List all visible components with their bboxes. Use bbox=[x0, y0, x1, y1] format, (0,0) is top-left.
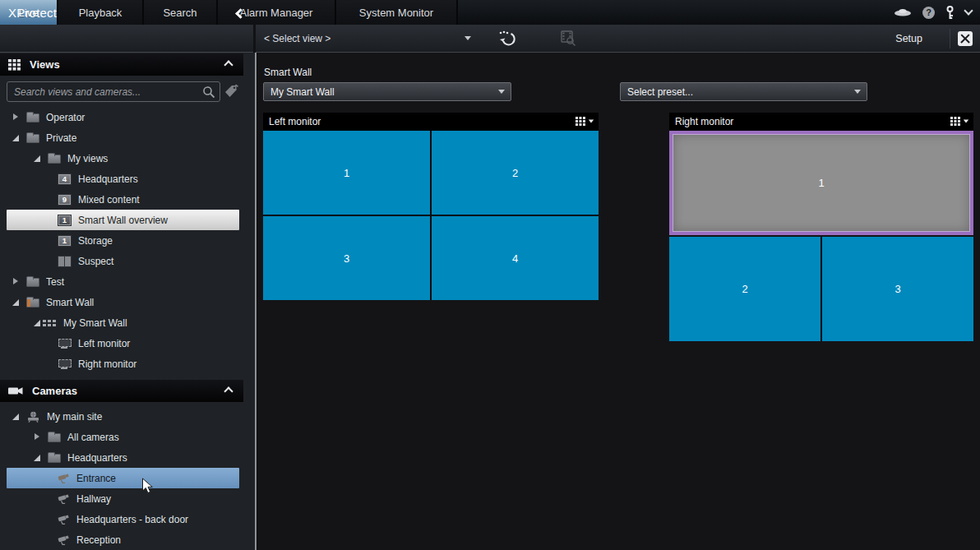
tab-label: Search bbox=[163, 7, 196, 19]
split-view-icon bbox=[58, 256, 72, 267]
collapse-arrow-icon[interactable] bbox=[33, 319, 41, 327]
app-title: XProtect bbox=[8, 6, 57, 20]
tree-item-headquarters-view[interactable]: 4 Headquarters bbox=[7, 169, 239, 189]
preset-selector[interactable]: Select preset... bbox=[620, 82, 867, 101]
tree-item-camera-entrance[interactable]: Entrance bbox=[7, 468, 239, 488]
layout-grid-caret-icon[interactable] bbox=[950, 117, 969, 126]
magnifier-icon[interactable] bbox=[202, 86, 215, 99]
tree-item-label: My main site bbox=[47, 411, 102, 423]
tree-item-smart-wall-folder[interactable]: Smart Wall bbox=[7, 292, 239, 312]
collapse-panel-icon[interactable] bbox=[224, 60, 233, 69]
tree-item-label: My Smart Wall bbox=[63, 317, 127, 329]
tree-item-test[interactable]: Test bbox=[7, 271, 239, 292]
dropdown-caret-icon bbox=[498, 90, 505, 94]
tree-item-my-smart-wall[interactable]: My Smart Wall bbox=[7, 312, 239, 333]
collapse-arrow-icon[interactable] bbox=[12, 134, 20, 142]
folder-icon bbox=[26, 278, 39, 287]
wall-tile-selected[interactable]: 1 bbox=[669, 131, 973, 235]
monitor-name: Right monitor bbox=[675, 116, 733, 127]
right-monitor-tile-grid: 2 3 bbox=[669, 237, 973, 341]
tree-item-suspect[interactable]: Suspect bbox=[7, 251, 239, 271]
monitor-icon bbox=[58, 358, 72, 369]
help-icon[interactable]: ? bbox=[922, 7, 935, 19]
wall-tile[interactable]: 2 bbox=[669, 237, 821, 341]
tree-item-label: Operator bbox=[46, 112, 85, 123]
wall-tile[interactable]: 3 bbox=[263, 216, 430, 300]
tree-item-private[interactable]: Private bbox=[7, 127, 239, 148]
layout-grid-caret-icon[interactable] bbox=[576, 117, 594, 126]
tag-icon[interactable] bbox=[224, 84, 239, 98]
collapse-panel-icon[interactable] bbox=[224, 386, 233, 395]
views-panel-header[interactable]: Views bbox=[0, 53, 243, 76]
tree-item-storage[interactable]: 1 Storage bbox=[7, 230, 239, 251]
tree-item-all-cameras[interactable]: All cameras bbox=[7, 427, 239, 447]
tree-item-operator[interactable]: Operator bbox=[7, 107, 239, 127]
fullscreen-toggle-icon[interactable] bbox=[958, 31, 973, 46]
tree-item-mixed-content[interactable]: 9 Mixed content bbox=[7, 189, 239, 210]
collapse-arrow-icon[interactable] bbox=[33, 155, 41, 163]
tree-item-label: Private bbox=[46, 132, 76, 144]
chevron-down-icon[interactable] bbox=[964, 6, 973, 15]
collapse-arrow-icon[interactable] bbox=[12, 298, 20, 307]
tree-item-label: Hallway bbox=[76, 493, 111, 505]
collapse-arrow-icon[interactable] bbox=[33, 454, 41, 462]
key-icon[interactable] bbox=[945, 6, 955, 20]
collapse-arrow-icon[interactable] bbox=[12, 413, 20, 421]
cloud-icon[interactable] bbox=[894, 7, 912, 17]
tree-item-label: Headquarters - back door bbox=[76, 514, 188, 525]
cameras-tree: My main site All cameras Headquarters En… bbox=[0, 406, 255, 550]
tree-item-label: Mixed content bbox=[78, 194, 140, 206]
tab-system-monitor[interactable]: System Monitor bbox=[336, 0, 458, 25]
tree-item-camera-hq-back-door[interactable]: Headquarters - back door bbox=[7, 509, 239, 529]
setup-button[interactable]: Setup bbox=[895, 33, 922, 44]
camera-icon bbox=[58, 535, 70, 546]
folder-icon bbox=[48, 454, 61, 463]
tree-item-my-views[interactable]: My views bbox=[7, 148, 239, 169]
folder-icon bbox=[26, 298, 39, 307]
folder-icon bbox=[26, 134, 39, 143]
preset-selector-value: Select preset... bbox=[627, 86, 693, 98]
tree-item-label: My views bbox=[67, 153, 108, 164]
tree-item-headquarters-folder[interactable]: Headquarters bbox=[7, 447, 239, 468]
tab-search[interactable]: Search bbox=[144, 0, 218, 25]
folder-icon bbox=[26, 113, 39, 122]
right-monitor-header: Right monitor bbox=[669, 113, 973, 131]
cameras-panel-header[interactable]: Cameras bbox=[0, 380, 243, 402]
view-selector-dropdown[interactable]: < Select view > bbox=[257, 25, 478, 52]
tree-item-my-main-site[interactable]: My main site bbox=[7, 406, 239, 427]
tree-item-label: Entrance bbox=[76, 473, 116, 484]
smart-wall-label: Smart Wall bbox=[264, 67, 312, 78]
tab-label: Alarm Manager bbox=[240, 7, 313, 19]
search-input[interactable] bbox=[7, 81, 220, 102]
views-panel-title: Views bbox=[30, 58, 60, 71]
tree-item-label: Right monitor bbox=[78, 358, 136, 370]
left-monitor-tile-grid: 1 2 3 4 bbox=[263, 131, 599, 300]
tree-item-label: Test bbox=[46, 276, 64, 288]
refresh-view-icon[interactable] bbox=[497, 30, 517, 48]
tab-playback[interactable]: Playback bbox=[58, 0, 144, 25]
tree-item-smart-wall-overview[interactable]: 1 Smart Wall overview bbox=[7, 210, 239, 230]
wall-tile[interactable]: 4 bbox=[432, 216, 599, 300]
wall-tile[interactable]: 1 bbox=[263, 131, 430, 215]
view-count-badge: 1 bbox=[58, 215, 72, 226]
tree-item-camera-hallway[interactable]: Hallway bbox=[7, 488, 239, 509]
expand-arrow-icon[interactable] bbox=[12, 113, 20, 122]
wall-tile[interactable]: 2 bbox=[432, 131, 599, 215]
toolbar-separator bbox=[253, 25, 256, 53]
tree-item-camera-reception[interactable]: Reception bbox=[7, 529, 239, 550]
right-monitor-panel: Right monitor 1 2 3 bbox=[669, 113, 973, 341]
smart-wall-icon bbox=[43, 319, 57, 327]
expand-arrow-icon[interactable] bbox=[33, 433, 41, 441]
smart-wall-selector[interactable]: My Smart Wall bbox=[263, 82, 511, 101]
wall-tile[interactable]: 3 bbox=[822, 237, 973, 341]
tree-item-label: Reception bbox=[76, 534, 121, 546]
tree-item-left-monitor[interactable]: Left monitor bbox=[7, 333, 239, 354]
expand-arrow-icon[interactable] bbox=[12, 278, 20, 286]
tree-item-label: Headquarters bbox=[67, 452, 127, 464]
tree-item-label: Suspect bbox=[78, 256, 113, 267]
tree-item-right-monitor[interactable]: Right monitor bbox=[7, 354, 239, 374]
camera-icon bbox=[58, 474, 70, 484]
left-monitor-panel: Left monitor 1 2 3 4 bbox=[263, 113, 599, 301]
left-monitor-header: Left monitor bbox=[263, 113, 599, 131]
site-icon bbox=[26, 411, 40, 423]
